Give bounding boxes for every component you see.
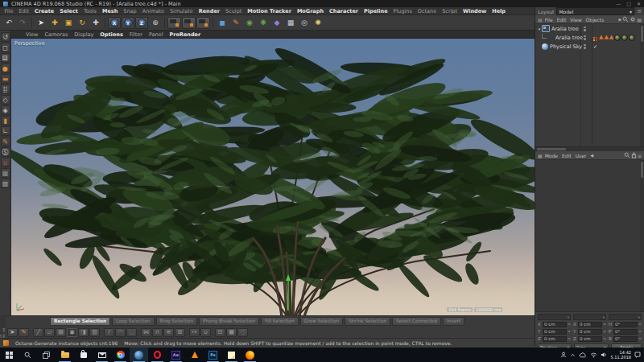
coord-header-dropdown[interactable]: ▾ bbox=[609, 314, 642, 320]
subdivide-icon[interactable]: ▦ bbox=[226, 328, 237, 337]
texture-mode-icon[interactable]: ● bbox=[1, 64, 10, 73]
material-thumbnail[interactable] bbox=[629, 35, 635, 41]
cinema4d-taskbar-icon[interactable] bbox=[130, 348, 148, 362]
vlc-taskbar-icon[interactable] bbox=[185, 348, 204, 362]
onedrive-icon[interactable] bbox=[579, 352, 587, 358]
stepper-arrows-icon[interactable]: ◂▸ bbox=[568, 337, 571, 340]
texture-axis-icon[interactable]: ▮ bbox=[1, 116, 10, 125]
lock-z-icon[interactable]: Z bbox=[135, 17, 148, 29]
viewport-menu-display[interactable]: Display bbox=[71, 31, 97, 38]
task-view-taskbar-icon[interactable] bbox=[37, 348, 56, 362]
polygons-mode-icon[interactable]: ◈ bbox=[1, 105, 10, 115]
editor-visibility-dot[interactable] bbox=[584, 27, 586, 29]
menu-select[interactable]: Select bbox=[57, 8, 81, 14]
weights-icon[interactable]: ▦ bbox=[1, 168, 10, 178]
phong-tag-icon[interactable] bbox=[593, 37, 595, 39]
sculpt-brush-icon[interactable]: ✎ bbox=[19, 328, 29, 337]
menu-octane[interactable]: Octane bbox=[415, 8, 439, 14]
lock-x-icon[interactable]: X bbox=[108, 17, 121, 29]
pen-spline-icon[interactable]: ✎ bbox=[229, 17, 242, 29]
viewport-menu-panel[interactable]: Panel bbox=[146, 31, 167, 38]
stepper-arrows-icon[interactable]: ◂▸ bbox=[568, 323, 571, 326]
coord-value-field[interactable]: 0° bbox=[613, 336, 638, 342]
search-taskbar-icon[interactable] bbox=[19, 348, 37, 362]
points-mode-icon[interactable]: ⣿ bbox=[1, 84, 10, 94]
close-hole-icon[interactable]: ⊞ bbox=[175, 328, 185, 337]
menu-mesh[interactable]: Mesh bbox=[99, 8, 120, 14]
menu-tools[interactable]: Tools bbox=[80, 8, 99, 14]
stepper-arrows-icon[interactable]: ◂▸ bbox=[568, 330, 571, 333]
close-icon[interactable]: ✕ bbox=[637, 0, 641, 7]
viewport-menu-cameras[interactable]: Cameras bbox=[41, 31, 71, 38]
render-view-icon[interactable] bbox=[167, 17, 181, 29]
action-center-icon[interactable] bbox=[634, 352, 641, 358]
scroll-thumb[interactable] bbox=[641, 162, 643, 178]
object-row[interactable]: Physical Sky✓ bbox=[535, 42, 644, 51]
menu-mograph[interactable]: MoGraph bbox=[294, 8, 326, 14]
object-row[interactable]: ♠Aralia tree▲▲▲ bbox=[535, 33, 644, 42]
magnet-icon[interactable]: ∪ bbox=[1, 158, 10, 167]
knife-icon[interactable]: ╱ bbox=[33, 328, 43, 337]
fill-selection-button[interactable]: Fill Selection bbox=[261, 317, 298, 326]
convert-icon[interactable]: ↺ bbox=[1, 32, 10, 42]
coord-value-field[interactable]: 0 cm bbox=[543, 336, 567, 342]
menu-script[interactable]: Script bbox=[440, 8, 460, 14]
start-button[interactable] bbox=[0, 348, 19, 362]
move-tool-icon[interactable]: ✚ bbox=[48, 17, 61, 29]
render-visibility-dot[interactable] bbox=[584, 38, 586, 40]
om-menu-objects[interactable]: Objects bbox=[584, 17, 606, 23]
viewport-canvas[interactable]: Perspective Oct frame 100000 ms bbox=[11, 39, 535, 316]
stepper-arrows-icon[interactable]: ◂▸ bbox=[638, 330, 642, 333]
menu-edit[interactable]: Edit bbox=[16, 8, 32, 14]
loop-selection-button[interactable]: Loop Selection bbox=[112, 317, 154, 326]
stepper-arrows-icon[interactable]: ◂▸ bbox=[638, 337, 642, 340]
sticky-notes-taskbar-icon[interactable] bbox=[222, 348, 241, 362]
menu-plugins[interactable]: Plugins bbox=[390, 8, 415, 14]
panel-menu-icon[interactable]: ≡ bbox=[637, 8, 642, 14]
object-name[interactable]: Aralia tree bbox=[555, 35, 583, 41]
live-selection-icon[interactable]: ➤ bbox=[35, 17, 47, 29]
octane-tag-icon[interactable]: ▲ bbox=[599, 35, 603, 40]
after-effects-taskbar-icon[interactable]: Ae bbox=[167, 348, 185, 362]
material-thumbnail[interactable] bbox=[621, 35, 628, 41]
visibility-toggles[interactable] bbox=[584, 35, 586, 40]
mograph-object-icon[interactable]: ❋ bbox=[257, 17, 270, 29]
coord-system-icon[interactable]: ⊕ bbox=[149, 17, 162, 29]
menu-help[interactable]: Help bbox=[489, 8, 509, 14]
people-icon[interactable] bbox=[560, 352, 567, 358]
coord-value-field[interactable]: 0 cm bbox=[578, 322, 602, 327]
coord-value-field[interactable]: 0 cm bbox=[543, 329, 567, 335]
chrome-taskbar-icon[interactable] bbox=[111, 348, 130, 362]
stepper-arrows-icon[interactable]: ◂▸ bbox=[603, 330, 606, 333]
taskbar-clock[interactable]: 14:42 5.11.2018 bbox=[611, 350, 631, 360]
ring-selection-button[interactable]: Ring Selection bbox=[156, 317, 198, 326]
camera-view-label[interactable]: Perspective bbox=[14, 40, 45, 47]
bridge-icon[interactable]: ∩ bbox=[152, 328, 163, 337]
render-to-picture-viewer-icon[interactable] bbox=[182, 17, 196, 29]
minimize-icon[interactable]: — bbox=[616, 0, 621, 7]
layer-view-icon[interactable]: ▤ bbox=[637, 17, 642, 23]
object-name[interactable]: Aralia tree bbox=[551, 26, 579, 32]
lock-icon[interactable] bbox=[631, 152, 637, 158]
environment-icon[interactable]: ▦ bbox=[284, 17, 297, 29]
network-icon[interactable] bbox=[590, 352, 597, 358]
search-icon[interactable] bbox=[622, 16, 629, 23]
coord-value-field[interactable]: 0 cm bbox=[578, 329, 602, 335]
bevel-icon[interactable]: ◨ bbox=[78, 328, 89, 337]
workplane-mode-icon[interactable]: ▬ bbox=[1, 74, 10, 84]
last-tool-icon[interactable]: ✚ bbox=[89, 17, 102, 29]
menu-simulate[interactable]: Simulate bbox=[167, 8, 196, 14]
am-menu-mode[interactable]: Mode bbox=[543, 153, 559, 158]
coord-value-field[interactable]: 0° bbox=[613, 322, 638, 327]
shrink-selection-button[interactable]: Shrink Selection bbox=[345, 317, 390, 326]
brush-tool-icon[interactable]: ↦ bbox=[189, 328, 200, 337]
menu-pipeline[interactable]: Pipeline bbox=[361, 8, 391, 14]
opera-taskbar-icon[interactable] bbox=[148, 348, 167, 362]
object-name[interactable]: Physical Sky bbox=[550, 43, 582, 50]
viewport-menu-view[interactable]: View bbox=[23, 31, 41, 38]
store-taskbar-icon[interactable] bbox=[74, 348, 93, 362]
coord-value-field[interactable]: 0° bbox=[613, 329, 638, 335]
invert-button[interactable]: Invert bbox=[443, 317, 464, 326]
magnet-tool-icon[interactable]: ∪ bbox=[200, 328, 211, 337]
om-menu-edit[interactable]: Edit bbox=[555, 17, 568, 23]
